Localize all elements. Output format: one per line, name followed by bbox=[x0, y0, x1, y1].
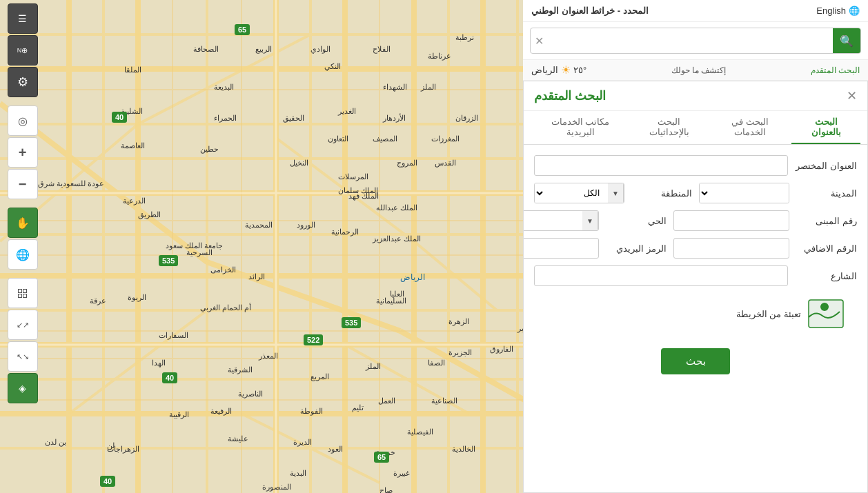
search-form: العنوان المختصر المدينة المنطقة ▼ bbox=[524, 145, 867, 392]
region-select[interactable]: الكل bbox=[535, 183, 608, 203]
advanced-search-panel: ✕ البحث المتقدم البحث بالعنوان البحث في … bbox=[523, 81, 868, 493]
tab-by-office[interactable]: مكاتب الخدمات البريدية bbox=[531, 111, 630, 144]
city-group: المدينة bbox=[699, 183, 857, 203]
my-location-button[interactable]: ◎ bbox=[8, 105, 38, 136]
additional-group: الرقم الاضافي bbox=[673, 238, 857, 259]
zip-additional-row: الرقم الاضافي الرمز البريدي bbox=[534, 238, 857, 259]
tabs: البحث بالعنوان البحث في الخدمات البحث با… bbox=[524, 111, 867, 145]
globe-view-button[interactable]: 🌐 bbox=[8, 239, 38, 270]
region-city-row: المدينة المنطقة ▼ الكل bbox=[534, 183, 857, 203]
tab-by-stats[interactable]: البحث بالإحداثيات bbox=[630, 111, 708, 144]
weather-temp: °٢٥ bbox=[573, 65, 586, 75]
app-title: المحدد - خرائط العنوان الوطني bbox=[531, 6, 649, 16]
settings-button[interactable]: ⚙ bbox=[8, 67, 38, 97]
district-select-wrapper: ▼ bbox=[523, 210, 599, 231]
region-arrow-icon: ▼ bbox=[608, 183, 624, 203]
expand-button[interactable] bbox=[8, 278, 38, 308]
pan-button[interactable]: ✋ bbox=[8, 208, 38, 238]
building-group: رقم المبنى bbox=[673, 210, 857, 231]
district-label: الحي bbox=[604, 216, 667, 226]
compress-button[interactable]: ↗↙ bbox=[8, 310, 38, 340]
additional-label: الرقم الاضافي bbox=[795, 243, 857, 254]
district-arrow-icon: ▼ bbox=[582, 211, 598, 230]
district-group: الحي ▼ bbox=[523, 210, 667, 231]
weather-city: الرياض bbox=[531, 65, 558, 75]
language-switcher[interactable]: 🌐 English bbox=[816, 6, 860, 16]
building-input[interactable] bbox=[673, 210, 789, 231]
map-fill-button[interactable]: تعبئة من الخريطة bbox=[736, 296, 847, 331]
right-panel: 🌐 English المحدد - خرائط العنوان الوطني … bbox=[523, 0, 868, 493]
region-select-wrapper: ▼ الكل bbox=[534, 183, 624, 203]
map-view[interactable]: الرياضالملقاالصحافةالربيعالواديالفلاحالن… bbox=[0, 0, 524, 493]
map-toolbar: ☰ ⊕N ⚙ ◎ + − ✋ 🌐 ↗↙ ↘↖ ◈ bbox=[0, 0, 45, 493]
panel-close-button[interactable]: ✕ bbox=[847, 88, 857, 103]
street-label: الشارع bbox=[795, 271, 857, 281]
draw-button[interactable]: ◈ bbox=[8, 373, 38, 403]
zoom-in-button[interactable]: + bbox=[8, 137, 38, 168]
zip-group: الرمز البريدي bbox=[523, 238, 667, 259]
search-clear-button[interactable]: ✕ bbox=[531, 34, 548, 48]
zip-label: الرمز البريدي bbox=[604, 243, 667, 254]
zoom-out-button[interactable]: − bbox=[8, 169, 38, 199]
building-label: رقم المبنى bbox=[795, 216, 857, 226]
top-bar: 🌐 English المحدد - خرائط العنوان الوطني bbox=[523, 0, 868, 22]
tab-by-address[interactable]: البحث بالعنوان bbox=[791, 111, 860, 144]
weather-icon: ☀ bbox=[561, 63, 571, 77]
region-label: المنطقة bbox=[630, 188, 692, 199]
panel-header: ✕ البحث المتقدم bbox=[524, 81, 867, 111]
compass-button[interactable]: ⊕N bbox=[8, 35, 38, 66]
search-btn-area: بحث bbox=[534, 341, 857, 381]
city-select-wrapper bbox=[699, 183, 789, 203]
explore-link[interactable]: إكتشف ما حولك bbox=[671, 66, 727, 75]
city-select[interactable] bbox=[700, 183, 789, 203]
svg-rect-0 bbox=[0, 0, 524, 493]
street-input[interactable] bbox=[534, 265, 788, 286]
panel-title: البحث المتقدم bbox=[534, 88, 606, 103]
street-row: الشارع bbox=[534, 265, 857, 286]
map-fill-area: تعبئة من الخريطة bbox=[534, 293, 857, 334]
search-input[interactable] bbox=[548, 32, 833, 50]
globe-icon: 🌐 bbox=[849, 6, 860, 16]
shrink-button[interactable]: ↘↖ bbox=[8, 341, 38, 372]
map-fill-icon bbox=[805, 296, 847, 331]
short-address-row: العنوان المختصر bbox=[534, 155, 857, 176]
search-input-wrapper: 🔍 ✕ bbox=[530, 28, 861, 54]
tab-by-service[interactable]: البحث في الخدمات bbox=[708, 111, 791, 144]
weather-info: °٢٥ ☀ الرياض bbox=[531, 63, 586, 77]
search-action-button[interactable]: بحث bbox=[661, 348, 730, 374]
menu-button[interactable]: ☰ bbox=[8, 3, 38, 34]
short-address-input[interactable] bbox=[534, 155, 788, 176]
zip-input[interactable] bbox=[523, 238, 599, 259]
advanced-search-link[interactable]: البحث المتقدم bbox=[811, 66, 860, 75]
district-building-row: رقم المبنى الحي ▼ bbox=[534, 210, 857, 231]
district-input[interactable] bbox=[523, 210, 582, 231]
region-group: المنطقة ▼ الكل bbox=[534, 183, 692, 203]
language-label: English bbox=[816, 6, 846, 16]
map-fill-label: تعبئة من الخريطة bbox=[736, 309, 801, 319]
short-address-label: العنوان المختصر bbox=[795, 161, 857, 171]
search-bar: 🔍 ✕ bbox=[523, 22, 868, 60]
secondary-bar: البحث المتقدم إكتشف ما حولك °٢٥ ☀ الرياض bbox=[523, 60, 868, 81]
additional-input[interactable] bbox=[673, 238, 789, 259]
city-label: المدينة bbox=[795, 188, 857, 199]
search-button[interactable]: 🔍 bbox=[833, 28, 860, 53]
